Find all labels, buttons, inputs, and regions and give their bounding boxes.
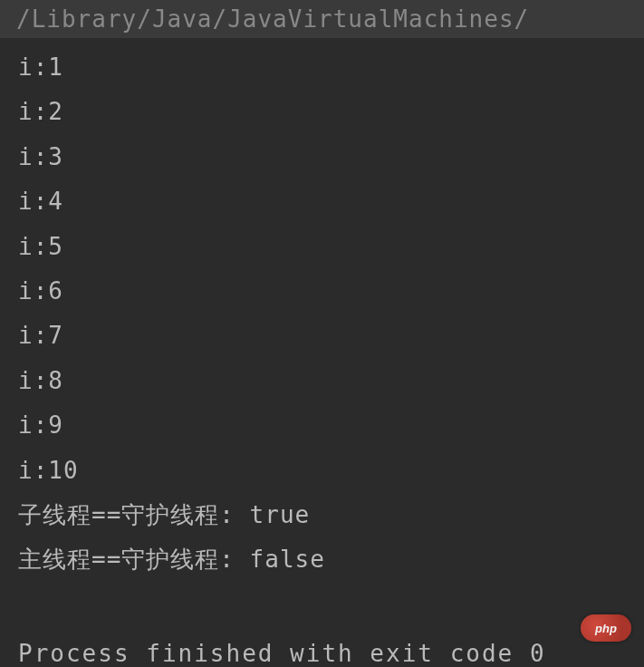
command-path-bar: /Library/Java/JavaVirtualMachines/ bbox=[0, 0, 644, 38]
output-line: i:5 bbox=[18, 225, 635, 269]
output-line: i:9 bbox=[18, 403, 635, 448]
output-line: 主线程==守护线程: false bbox=[18, 537, 635, 582]
output-line: i:2 bbox=[18, 90, 635, 134]
console-output: i:1 i:2 i:3 i:4 i:5 i:6 i:7 i:8 i:9 i:10… bbox=[0, 38, 644, 590]
output-line: i:4 bbox=[18, 179, 635, 224]
output-line: i:8 bbox=[18, 359, 635, 403]
output-line: i:10 bbox=[18, 449, 635, 493]
php-watermark-icon: php bbox=[581, 614, 631, 642]
output-line: i:6 bbox=[18, 269, 635, 314]
process-exit-message: Process finished with exit code 0 bbox=[18, 640, 546, 667]
output-line: i:3 bbox=[18, 135, 635, 179]
output-line: i:1 bbox=[18, 45, 635, 90]
output-line: i:7 bbox=[18, 314, 635, 358]
output-line: 子线程==守护线程: true bbox=[18, 493, 635, 537]
